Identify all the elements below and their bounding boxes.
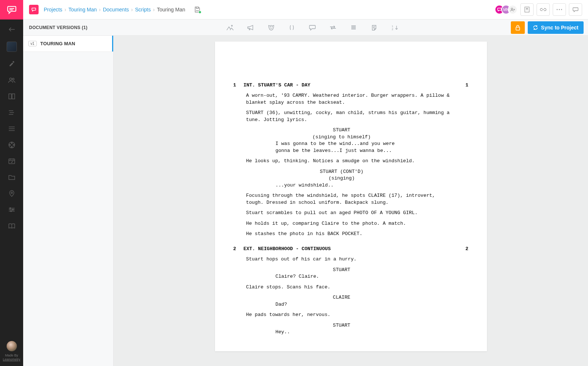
svg-point-19 [231, 25, 232, 26]
more-button[interactable] [553, 3, 566, 16]
top-bar: Projects › Touring Man › Documents › Scr… [23, 0, 588, 19]
transition-icon[interactable] [329, 24, 337, 31]
svg-point-11 [10, 208, 11, 209]
action-block[interactable]: He stashes the photo in his BACK POCKET. [246, 231, 452, 237]
sync-label: Sync to Project [541, 25, 578, 31]
panels-icon[interactable] [8, 92, 16, 100]
mask-icon[interactable] [268, 24, 275, 31]
svg-point-18 [561, 9, 562, 10]
svg-rect-9 [9, 159, 15, 164]
chat-button[interactable] [569, 3, 582, 16]
scene-heading[interactable]: 1INT. STUART'S CAR - DAY1 [233, 82, 469, 89]
script-page: 1INT. STUART'S CAR - DAY1A worn-out, '93… [215, 42, 487, 351]
character-cue: STUART [294, 267, 390, 273]
version-item[interactable]: v1 TOURING MAN [23, 36, 113, 52]
breadcrumb-link[interactable]: Projects [44, 7, 62, 13]
action-block[interactable]: He looks up, thinking. Notices a smudge … [246, 158, 452, 164]
svg-point-12 [12, 209, 13, 210]
breadcrumb-link[interactable]: Touring Man [68, 7, 97, 13]
action-block[interactable]: Stuart hops out of his car in a hurry. [246, 256, 452, 263]
people-icon[interactable] [8, 76, 16, 84]
action-block[interactable]: Stuart scrambles to pull out an aged PHO… [246, 210, 452, 216]
svg-point-20 [270, 26, 270, 27]
lock-button[interactable] [511, 21, 525, 34]
scene-number: 2 [233, 246, 244, 252]
numbering-icon[interactable]: 12 [391, 24, 398, 31]
svg-point-8 [9, 145, 10, 146]
list-icon[interactable] [8, 125, 16, 133]
scenery-icon[interactable] [226, 24, 234, 31]
paragraph-icon[interactable] [350, 24, 357, 31]
breadcrumb-chip-icon[interactable] [29, 5, 39, 14]
scene-slug: EXT. NEIGHBORHOOD - CONTINUOUS [244, 246, 458, 252]
scene-number: 2 [458, 246, 469, 252]
link-button[interactable] [537, 3, 550, 16]
dialog-block[interactable]: STUARTClaire? Claire. [246, 267, 469, 280]
version-badge: v1 [28, 41, 37, 46]
reel-icon[interactable] [8, 141, 16, 149]
svg-point-6 [13, 145, 14, 146]
folder-icon[interactable] [8, 173, 16, 181]
svg-rect-2 [9, 94, 11, 99]
megaphone-icon[interactable] [247, 24, 254, 31]
scene: 2EXT. NEIGHBORHOOD - CONTINUOUS2Stuart h… [233, 246, 469, 336]
app-logo[interactable] [0, 0, 23, 19]
scene-slug: INT. STUART'S CAR - DAY [244, 82, 458, 89]
action-block[interactable]: Focusing through the windshield, he spot… [246, 192, 452, 206]
footer-credit: Made By Leanometry [3, 353, 21, 362]
svg-point-5 [11, 143, 12, 144]
action-block[interactable]: Claire stops. Scans his face. [246, 284, 452, 291]
scene-heading[interactable]: 2EXT. NEIGHBORHOOD - CONTINUOUS2 [233, 246, 469, 252]
svg-point-13 [10, 211, 11, 212]
parenthetical: (singing) [294, 175, 390, 182]
location-pin-icon[interactable] [8, 189, 16, 198]
versions-sidebar: v1 TOURING MAN [23, 36, 114, 366]
action-block[interactable]: He pads towards her, nervous. [246, 312, 452, 318]
dialog-block[interactable]: STUARTHey.. [246, 322, 469, 336]
svg-text:2: 2 [392, 28, 393, 31]
character-cue: STUART [294, 127, 390, 134]
action-block[interactable]: A worn-out, '93 CAMRY. Weathered interio… [246, 92, 452, 106]
book-icon[interactable] [8, 222, 16, 230]
svg-point-10 [11, 192, 12, 193]
breadcrumb-link[interactable]: Scripts [135, 7, 151, 13]
dialog-text: ...your windshield.. [276, 182, 401, 189]
svg-point-0 [10, 78, 12, 80]
breadcrumb-link[interactable]: Documents [103, 7, 129, 13]
sliders-icon[interactable] [8, 206, 16, 214]
svg-rect-3 [12, 94, 15, 99]
user-avatar[interactable] [7, 341, 17, 351]
scene-number: 1 [458, 82, 469, 89]
project-thumb[interactable] [7, 42, 17, 52]
presence-avatars[interactable]: MN [495, 5, 517, 14]
edit-icon[interactable] [8, 60, 16, 68]
character-cue: STUART (CONT'D) [294, 168, 390, 175]
scene-number: 1 [233, 82, 244, 89]
svg-point-16 [557, 9, 558, 10]
document-canvas[interactable]: 1INT. STUART'S CAR - DAY1A worn-out, '93… [114, 36, 588, 366]
comment-icon[interactable] [309, 24, 316, 31]
calendar-icon[interactable] [8, 157, 16, 165]
scene: 1INT. STUART'S CAR - DAY1A worn-out, '93… [233, 82, 469, 238]
character-cue: STUART [294, 322, 390, 329]
dialog-block[interactable]: CLAIREDad? [246, 294, 469, 308]
breadcrumb-current: Touring Man [157, 7, 185, 13]
parenthetical-icon[interactable] [288, 24, 295, 31]
svg-rect-24 [516, 27, 520, 30]
back-icon[interactable] [8, 25, 16, 33]
action-block[interactable]: He holds it up, comparing Claire to the … [246, 220, 452, 227]
presence-add[interactable] [508, 5, 517, 14]
note-icon[interactable] [370, 24, 378, 31]
dialog-block[interactable]: STUART(singing to himself)I was gonna to… [246, 127, 469, 154]
sync-button[interactable]: Sync to Project [528, 21, 584, 34]
action-block[interactable]: STUART (36), unwitting, cocky, man child… [246, 110, 452, 123]
dialog-text: Dad? [276, 301, 401, 308]
breadcrumb: Projects › Touring Man › Documents › Scr… [44, 7, 185, 13]
parenthetical: (singing to himself) [294, 134, 390, 141]
svg-text:1: 1 [392, 25, 393, 28]
dialog-block[interactable]: STUART (CONT'D)(singing)...your windshie… [246, 168, 469, 189]
svg-point-4 [9, 142, 15, 148]
export-button[interactable] [520, 3, 534, 16]
strips-icon[interactable] [8, 109, 16, 117]
editor-toolbar: DOCUMENT VERSIONS (1) 12 Sync to Project [23, 19, 588, 36]
